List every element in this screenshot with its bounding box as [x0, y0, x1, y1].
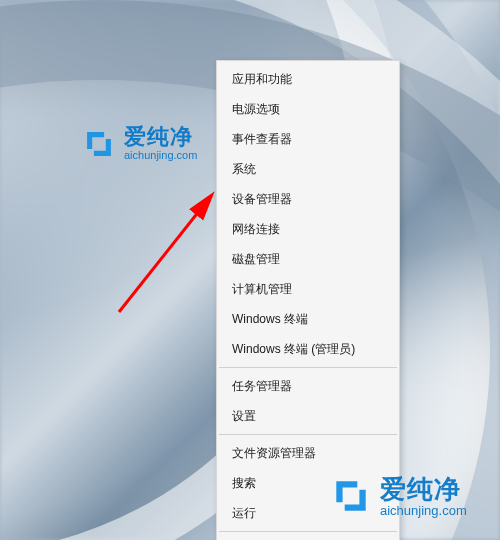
menu-item[interactable]: 设备管理器 — [218, 184, 398, 214]
menu-separator — [219, 367, 397, 368]
menu-item[interactable]: 事件查看器 — [218, 124, 398, 154]
menu-item[interactable]: 关机或注销 — [218, 535, 398, 540]
menu-item[interactable]: 计算机管理 — [218, 274, 398, 304]
menu-item[interactable]: 任务管理器 — [218, 371, 398, 401]
menu-item[interactable]: 设置 — [218, 401, 398, 431]
menu-item[interactable]: Windows 终端 — [218, 304, 398, 334]
menu-separator — [219, 531, 397, 532]
menu-item[interactable]: 电源选项 — [218, 94, 398, 124]
menu-item[interactable]: 运行 — [218, 498, 398, 528]
menu-item[interactable]: 应用和功能 — [218, 64, 398, 94]
menu-separator — [219, 434, 397, 435]
menu-item[interactable]: 系统 — [218, 154, 398, 184]
winx-context-menu: 应用和功能电源选项事件查看器系统设备管理器网络连接磁盘管理计算机管理Window… — [216, 60, 400, 540]
menu-item[interactable]: 网络连接 — [218, 214, 398, 244]
menu-item[interactable]: 磁盘管理 — [218, 244, 398, 274]
menu-item[interactable]: 文件资源管理器 — [218, 438, 398, 468]
menu-item[interactable]: 搜索 — [218, 468, 398, 498]
menu-item[interactable]: Windows 终端 (管理员) — [218, 334, 398, 364]
